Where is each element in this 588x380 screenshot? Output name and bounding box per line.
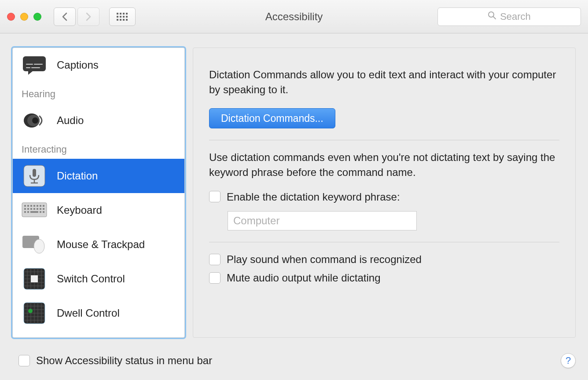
svg-rect-37 [33,208,35,210]
sidebar-item-label: Dwell Control [57,307,120,319]
svg-rect-8 [117,19,118,21]
svg-rect-2 [123,13,125,15]
svg-point-47 [34,239,44,253]
svg-rect-30 [33,205,35,207]
section-interacting-label: Interacting [13,138,184,159]
svg-rect-11 [126,19,128,21]
svg-rect-3 [126,13,128,15]
sidebar-item-dictation[interactable]: Dictation [13,159,184,193]
svg-rect-1 [120,13,121,15]
svg-rect-5 [120,16,121,18]
sidebar-item-captions[interactable]: Captions [13,48,184,82]
sidebar-item-label: Audio [57,114,84,127]
svg-line-13 [493,17,496,19]
svg-point-71 [28,309,33,313]
svg-rect-31 [37,205,38,207]
svg-rect-35 [27,208,29,210]
svg-rect-33 [43,205,44,207]
play-sound-label: Play sound when command is recognized [227,252,422,267]
svg-rect-38 [37,208,38,210]
keyword-description: Use dictation commands even when you're … [209,150,559,179]
svg-rect-29 [30,205,32,207]
sidebar-item-label: Mouse & Trackpad [57,238,145,251]
svg-rect-43 [30,211,38,213]
sidebar-item-label: Captions [57,59,99,71]
search-input[interactable]: Search [437,7,581,26]
forward-button[interactable] [77,7,99,26]
sidebar-item-mouse-trackpad[interactable]: Mouse & Trackpad [13,227,184,262]
keyword-phrase-input[interactable]: Computer [228,211,417,230]
help-button[interactable]: ? [561,353,576,368]
svg-rect-7 [126,16,128,18]
minimize-window-button[interactable] [20,13,28,21]
mouse-trackpad-icon [22,232,47,257]
svg-rect-32 [40,205,41,207]
show-status-label: Show Accessibility status in menu bar [36,354,212,367]
audio-icon [22,108,47,133]
window-controls [7,13,41,21]
keyboard-icon [22,197,47,223]
enable-keyword-label: Enable the dictation keyword phrase: [227,190,400,205]
sidebar: Captions Hearing Audio Interacting [12,48,185,338]
svg-rect-4 [117,16,118,18]
dictation-commands-button[interactable]: Dictation Commands... [209,108,335,128]
svg-rect-9 [120,19,121,21]
svg-rect-45 [43,211,44,213]
svg-rect-39 [40,208,41,210]
preferences-window: Accessibility Search [0,0,588,380]
main-panel: Dictation Commands allow you to edit tex… [193,48,576,338]
close-window-button[interactable] [7,13,15,21]
svg-rect-0 [117,13,118,15]
sidebar-item-label: Dictation [57,170,98,182]
enable-keyword-checkbox[interactable] [209,191,220,202]
mute-audio-label: Mute audio output while dictating [227,270,381,285]
titlebar: Accessibility Search [0,0,588,33]
keyword-phrase-placeholder: Computer [233,213,279,228]
svg-rect-42 [27,211,29,213]
show-all-button[interactable] [109,7,136,26]
svg-rect-40 [43,208,44,210]
sidebar-item-audio[interactable]: Audio [13,103,184,138]
search-placeholder: Search [500,11,531,22]
divider [209,242,559,242]
section-hearing-label: Hearing [13,82,184,103]
svg-point-12 [489,12,494,17]
zoom-window-button[interactable] [33,13,41,21]
sidebar-item-keyboard[interactable]: Keyboard [13,193,184,227]
svg-rect-23 [33,169,36,177]
sidebar-item-switch-control[interactable]: Switch Control [13,262,184,296]
svg-rect-44 [40,211,41,213]
mute-audio-checkbox[interactable] [209,272,220,284]
dwell-control-icon [22,300,47,326]
play-sound-checkbox[interactable] [209,254,220,265]
back-button[interactable] [54,7,76,26]
svg-rect-6 [123,16,125,18]
captions-icon [22,52,47,78]
svg-rect-10 [123,19,125,21]
svg-rect-27 [24,205,26,207]
svg-rect-34 [24,208,26,210]
sidebar-item-label: Keyboard [57,204,102,216]
divider [209,140,559,140]
svg-point-21 [32,117,38,124]
show-status-checkbox[interactable] [18,355,30,366]
svg-rect-41 [24,211,26,213]
svg-rect-28 [27,205,29,207]
svg-rect-36 [30,208,32,210]
sidebar-item-label: Switch Control [57,273,125,285]
svg-rect-59 [31,275,38,282]
sidebar-item-dwell-control[interactable]: Dwell Control [13,296,184,330]
back-forward-group [54,7,99,26]
footer: Show Accessibility status in menu bar ? [0,351,588,380]
body-area: Captions Hearing Audio Interacting [0,33,588,351]
switch-control-icon [22,266,47,292]
intro-text: Dictation Commands allow you to edit tex… [209,67,559,97]
dictation-icon [22,163,47,189]
search-icon [488,11,496,22]
